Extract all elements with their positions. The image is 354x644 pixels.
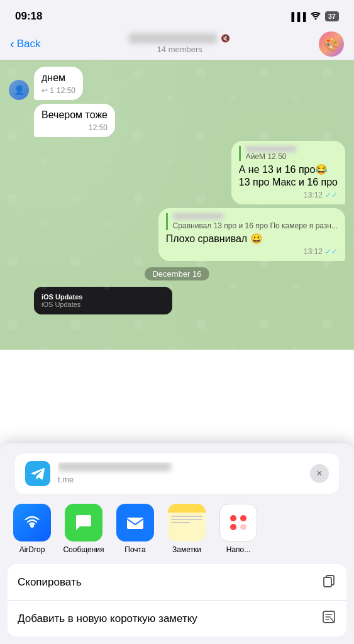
svg-rect-4 [324,577,331,587]
notes-icon [168,504,206,541]
copy-icon [321,573,336,591]
reply-name-blurred [246,146,296,152]
message-time: 12:50 [57,86,75,95]
message-row: 👤 днем ↩ 1 12:50 [9,67,345,100]
share-app-messages[interactable]: Сообщения [62,504,106,554]
more-apps-icon [219,504,257,541]
airdrop-label: AirDrop [19,545,45,554]
read-check-icon: ✓✓ [325,247,338,256]
message-meta: 12:50 [41,123,108,132]
reply-quote: АйеМ 12.50 [239,146,338,161]
share-app-airdrop[interactable]: AirDrop [10,504,54,554]
notes-label: Заметки [172,545,201,554]
preview-subtitle: iOS Updates [41,301,165,308]
sender-avatar: 👤 [9,80,29,100]
share-close-button[interactable]: × [310,464,329,483]
message-time: 12:50 [89,123,108,132]
preview-title: iOS Updates [41,293,165,301]
message-row-sent: Сравнивал 13 про и 16 про По камере я ра… [9,208,345,261]
nav-bar: ‹ Back 🔇 14 members 🎨 [0,28,354,60]
chat-title-row: 🔇 [129,33,230,43]
svg-point-0 [314,18,316,20]
message-row-sent: АйеМ 12.50 А не 13 и 16 про😂 13 про Макс… [9,141,345,205]
telegram-icon [25,461,50,486]
ios-update-preview: iOS Updates iOS Updates [34,287,172,314]
back-label: Back [17,38,41,50]
nav-center: 🔇 14 members [40,33,319,54]
battery-icon: 37 [325,11,339,21]
messages-label: Сообщения [63,545,104,554]
share-link-url: t.me [58,475,74,484]
bubble-received: Вечером тоже 12:50 [34,104,115,137]
share-link-info: t.me [58,462,302,485]
copy-action[interactable]: Скопировать [8,564,346,601]
message-text: 13 про Макс и 16 про [239,176,338,189]
chat-area: 👤 днем ↩ 1 12:50 Вечером тоже 12:50 АйеМ… [0,60,354,350]
share-header: t.me × [15,453,339,494]
status-bar: 09:18 ▐▐▐ 37 [0,0,354,28]
mute-icon: 🔇 [221,34,230,43]
messages-icon [65,504,102,541]
more-apps-label: Напо... [226,545,251,554]
message-text: А не 13 и 16 про😂 [239,164,338,177]
airdrop-icon [13,504,51,541]
date-divider: December 16 [9,267,345,280]
avatar[interactable]: 🎨 [319,31,344,57]
message-meta: 13:12 ✓✓ [239,191,338,199]
svg-rect-2 [127,518,143,529]
bubble-sent: Сравнивал 13 про и 16 про По камере я ра… [158,208,345,261]
back-chevron-icon: ‹ [10,36,14,51]
message-meta: ↩ 1 12:50 [41,86,75,95]
copy-label: Скопировать [18,576,82,589]
back-button[interactable]: ‹ Back [10,36,40,51]
add-note-action[interactable]: Добавить в новую короткую заметку [8,601,346,636]
svg-point-1 [30,524,34,528]
message-text: Плохо сравнивал 😀 [166,233,338,246]
message-text: днем [41,72,65,83]
mail-label: Почта [124,545,145,554]
bubble-sent: АйеМ 12.50 А не 13 и 16 про😂 13 про Макс… [231,141,345,205]
add-note-icon [321,609,336,628]
message-time: 13:12 [304,247,323,256]
reply-text: АйеМ 12.50 [246,152,338,161]
share-apps-row: AirDrop Сообщения Почта [0,494,354,564]
status-time: 09:18 [15,10,42,23]
read-check-icon: ✓✓ [325,191,338,199]
message-row: Вечером тоже 12:50 [9,104,345,137]
share-app-mail[interactable]: Почта [113,504,157,554]
share-app-notes[interactable]: Заметки [165,504,209,554]
status-icons: ▐▐▐ 37 [289,11,339,21]
reply-quote: Сравнивал 13 про и 16 про По камере я ра… [166,213,338,230]
share-app-more[interactable]: Напо... [216,504,260,554]
share-sheet: t.me × AirDrop [0,443,354,644]
mail-icon [116,504,154,541]
date-badge: December 16 [145,267,209,280]
chat-title-blurred [129,33,217,43]
message-text: Вечером тоже [41,109,108,120]
member-count: 14 members [157,45,202,54]
message-meta: 13:12 ✓✓ [166,247,338,256]
bubble-received: днем ↩ 1 12:50 [34,67,83,100]
add-note-label: Добавить в новую короткую заметку [18,613,197,625]
reply-text: Сравнивал 13 про и 16 про По камере я ра… [173,221,338,230]
message-time: 13:12 [304,191,323,199]
share-link-title-blurred [58,462,171,471]
share-actions: Скопировать Добавить в новую короткую за… [8,564,346,636]
wifi-icon [310,11,321,21]
signal-icon: ▐▐▐ [289,12,306,21]
